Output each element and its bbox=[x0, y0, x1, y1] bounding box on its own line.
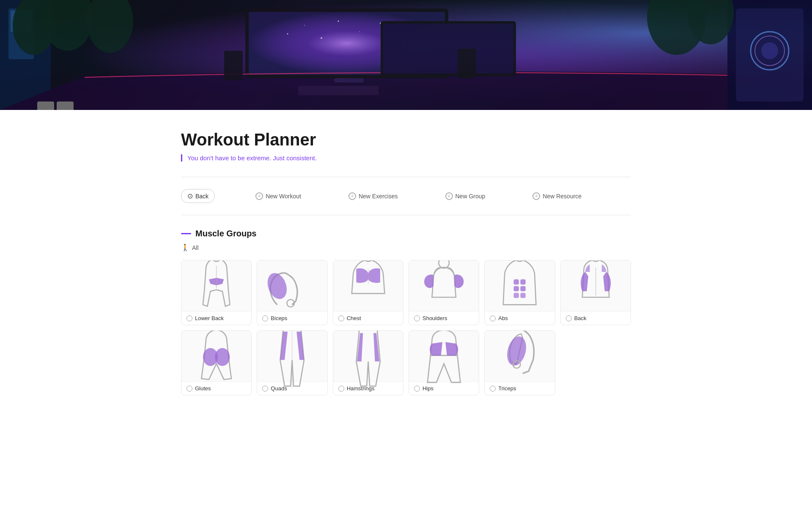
muscle-label-text-triceps: Triceps bbox=[498, 385, 516, 392]
radio-dot-chest bbox=[338, 315, 344, 321]
section-dash bbox=[181, 233, 191, 234]
back-button[interactable]: ⊙ Back bbox=[181, 189, 215, 203]
muscle-card-hamstrings[interactable]: Hamstrings bbox=[333, 330, 403, 395]
svg-rect-21 bbox=[298, 86, 379, 95]
back-icon: ⊙ bbox=[187, 192, 193, 200]
person-icon: 🚶 bbox=[181, 244, 189, 252]
page-icon-2 bbox=[57, 101, 74, 110]
muscle-card-image-chest bbox=[333, 260, 403, 311]
page-subtitle: You don't have to be extreme. Just consi… bbox=[181, 154, 631, 162]
svg-point-36 bbox=[264, 270, 291, 301]
muscle-label-text-lower-back: Lower Back bbox=[195, 315, 224, 321]
svg-rect-42 bbox=[514, 279, 519, 284]
muscle-label-text-abs: Abs bbox=[498, 315, 508, 321]
svg-rect-44 bbox=[514, 286, 519, 291]
svg-point-13 bbox=[304, 25, 305, 26]
muscle-card-image-abs bbox=[485, 260, 554, 311]
radio-dot-triceps bbox=[490, 386, 496, 392]
svg-rect-33 bbox=[458, 49, 476, 78]
muscle-card-triceps[interactable]: Triceps bbox=[484, 330, 555, 395]
svg-point-53 bbox=[504, 334, 529, 367]
muscle-grid-row1: Lower Back Biceps bbox=[181, 260, 631, 325]
new-workout-label: New Workout bbox=[266, 193, 301, 200]
radio-dot-biceps bbox=[262, 315, 268, 321]
svg-rect-32 bbox=[224, 51, 243, 80]
muscle-grid-row2: Glutes Quads bbox=[181, 330, 631, 395]
radio-dot-back bbox=[566, 315, 572, 321]
radio-dot-quads bbox=[262, 386, 268, 392]
toolbar-divider bbox=[181, 215, 631, 215]
radio-dot-shoulders bbox=[414, 315, 420, 321]
muscle-card-shoulders[interactable]: Shoulders bbox=[409, 260, 479, 325]
back-label: Back bbox=[195, 193, 208, 200]
muscle-card-glutes[interactable]: Glutes bbox=[181, 330, 252, 395]
muscle-label-text-quads: Quads bbox=[271, 385, 287, 392]
page-header: Workout Planner You don't have to be ext… bbox=[181, 130, 631, 168]
new-group-button[interactable]: + New Group bbox=[439, 190, 492, 203]
muscle-card-image-quads bbox=[257, 331, 327, 381]
svg-point-29 bbox=[761, 42, 778, 59]
muscle-card-image-biceps bbox=[257, 260, 327, 311]
muscle-label-text-back: Back bbox=[574, 315, 587, 321]
header-divider bbox=[181, 177, 631, 177]
muscle-label-text-biceps: Biceps bbox=[271, 315, 287, 321]
muscle-label-text-hamstrings: Hamstrings bbox=[347, 385, 375, 392]
svg-rect-24 bbox=[383, 24, 513, 74]
muscle-card-lower-back[interactable]: Lower Back bbox=[181, 260, 252, 325]
new-group-label: New Group bbox=[455, 193, 486, 200]
radio-dot-glutes bbox=[187, 386, 192, 392]
muscle-card-abs[interactable]: Abs bbox=[484, 260, 555, 325]
section-title-row: Muscle Groups bbox=[181, 229, 631, 238]
muscle-card-biceps[interactable]: Biceps bbox=[257, 260, 327, 325]
svg-rect-9 bbox=[334, 78, 364, 82]
hero-image bbox=[0, 0, 812, 110]
svg-point-12 bbox=[287, 33, 288, 35]
page-icon-area bbox=[37, 101, 74, 110]
muscle-card-image-hips bbox=[409, 331, 479, 381]
muscle-label-text-shoulders: Shoulders bbox=[422, 315, 447, 321]
section-title: Muscle Groups bbox=[195, 229, 256, 238]
svg-point-34 bbox=[212, 260, 221, 261]
new-resource-label: New Resource bbox=[543, 193, 582, 200]
muscle-card-hips[interactable]: Hips bbox=[409, 330, 479, 395]
filter-row[interactable]: 🚶 All bbox=[181, 244, 631, 252]
muscle-label-text-chest: Chest bbox=[347, 315, 361, 321]
new-exercises-label: New Exercises bbox=[359, 193, 398, 200]
new-exercises-button[interactable]: + New Exercises bbox=[342, 190, 405, 203]
muscle-card-back[interactable]: Back bbox=[560, 260, 631, 325]
svg-rect-45 bbox=[521, 286, 526, 291]
muscle-card-image-lower-back bbox=[181, 260, 251, 311]
radio-dot-abs bbox=[490, 315, 496, 321]
muscle-card-image-triceps bbox=[485, 331, 554, 381]
svg-rect-47 bbox=[521, 293, 526, 298]
plus-icon-exercises: + bbox=[348, 192, 356, 200]
plus-icon-workout: + bbox=[255, 192, 263, 200]
muscle-label-text-glutes: Glutes bbox=[195, 385, 211, 392]
muscle-card-image-shoulders bbox=[409, 260, 479, 311]
page-title: Workout Planner bbox=[181, 130, 631, 149]
muscle-card-image-back bbox=[561, 260, 631, 311]
page-icon-1 bbox=[37, 101, 54, 110]
plus-icon-group: + bbox=[445, 192, 453, 200]
muscle-label-text-hips: Hips bbox=[422, 385, 433, 392]
muscle-card-image-glutes bbox=[181, 331, 251, 381]
hero-banner bbox=[0, 0, 812, 110]
filter-all-label: All bbox=[192, 244, 199, 251]
svg-point-51 bbox=[215, 348, 230, 366]
radio-dot-hamstrings bbox=[338, 386, 344, 392]
svg-point-22 bbox=[390, 85, 405, 95]
muscle-card-quads[interactable]: Quads bbox=[257, 330, 327, 395]
muscle-card-chest[interactable]: Chest bbox=[333, 260, 403, 325]
muscle-card-image-hamstrings bbox=[333, 331, 403, 381]
toolbar: ⊙ Back + New Workout + New Exercises + N… bbox=[181, 186, 631, 206]
svg-rect-43 bbox=[521, 279, 526, 284]
svg-rect-46 bbox=[514, 293, 519, 298]
radio-dot-hips bbox=[414, 386, 420, 392]
new-resource-button[interactable]: + New Resource bbox=[526, 190, 588, 203]
plus-icon-resource: + bbox=[532, 192, 540, 200]
svg-point-15 bbox=[338, 21, 339, 22]
new-workout-button[interactable]: + New Workout bbox=[249, 190, 308, 203]
content-area: Workout Planner You don't have to be ext… bbox=[144, 130, 668, 395]
svg-point-16 bbox=[359, 31, 360, 32]
radio-dot-lower-back bbox=[187, 315, 192, 321]
